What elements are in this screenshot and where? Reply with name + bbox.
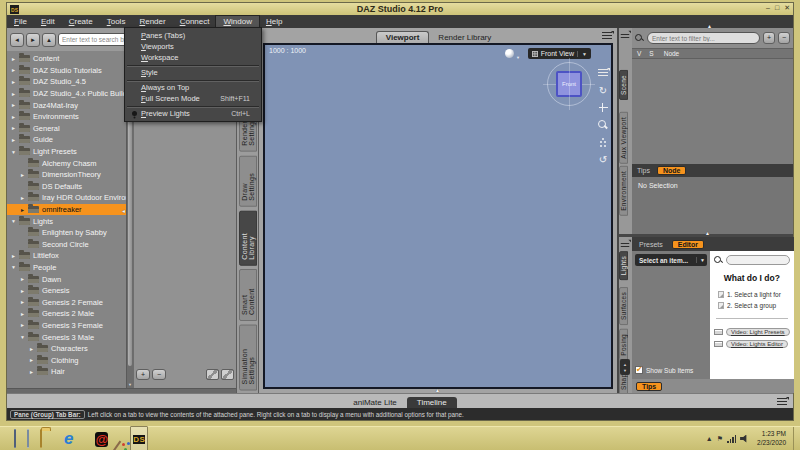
- menu-item[interactable]: Connect: [173, 16, 217, 27]
- expand-arrow-icon[interactable]: [11, 253, 19, 259]
- scroll-up-icon[interactable]: ▲: [623, 362, 627, 367]
- expand-arrow-icon[interactable]: [11, 56, 19, 62]
- info-tab[interactable]: Tips: [637, 167, 650, 174]
- tree-item[interactable]: Genesis: [7, 285, 126, 297]
- expand-arrow-icon[interactable]: [11, 91, 19, 97]
- viewport-options-icon[interactable]: [598, 69, 608, 77]
- up-button[interactable]: ▲: [42, 33, 56, 47]
- spiral-icon[interactable]: @: [95, 432, 108, 447]
- chevron-down-icon[interactable]: ▼: [577, 51, 587, 57]
- volume-icon[interactable]: [740, 435, 749, 443]
- viewport-canvas[interactable]: 1000 : 1000 Front View ▼ Front ↻: [263, 43, 613, 389]
- help-search-input[interactable]: [726, 255, 790, 265]
- tree-item[interactable]: Daz4Mat-Iray: [7, 99, 126, 111]
- expand-arrow-icon[interactable]: [11, 149, 19, 155]
- tray-expand-icon[interactable]: ▲: [706, 435, 713, 442]
- taskbar-button[interactable]: [27, 430, 29, 448]
- pane-options-icon[interactable]: [602, 32, 612, 40]
- close-button[interactable]: ✕: [784, 4, 790, 12]
- pane-options-icon[interactable]: [621, 241, 630, 248]
- window-menu-item[interactable]: Full Screen Mode Shift+F11: [125, 93, 261, 104]
- column-selection[interactable]: S: [641, 50, 653, 57]
- expand-arrow-icon[interactable]: [20, 172, 28, 178]
- mode-tab[interactable]: Presets: [639, 241, 663, 248]
- view-cube-face[interactable]: Front: [556, 71, 582, 97]
- expand-arrow-icon[interactable]: [20, 322, 28, 328]
- tree-item[interactable]: Alchemy Chasm: [7, 157, 126, 169]
- tree-item[interactable]: omnifreaker: [7, 204, 126, 216]
- expand-arrow-icon[interactable]: [11, 218, 19, 224]
- tree-item[interactable]: Content: [7, 53, 126, 65]
- drawstyle-sphere-icon[interactable]: [505, 49, 514, 58]
- scene-filter-input[interactable]: [647, 32, 760, 44]
- pane-tab[interactable]: Simulation Settings: [239, 325, 257, 391]
- video-link[interactable]: Video: Light Presets: [726, 328, 790, 336]
- menu-item[interactable]: Tools: [100, 16, 133, 27]
- show-sub-items-checkbox[interactable]: [635, 366, 643, 374]
- taskbar-button[interactable]: DS: [130, 426, 148, 450]
- collapse-all-button[interactable]: −: [778, 32, 790, 44]
- splitter-arrow-icon[interactable]: ▲: [707, 23, 712, 29]
- side-tab[interactable]: Lights: [619, 251, 628, 280]
- expand-arrow-icon[interactable]: [11, 114, 19, 120]
- tree-item[interactable]: DS Defaults: [7, 181, 126, 193]
- menu-item[interactable]: Help: [259, 16, 289, 27]
- minimize-button[interactable]: –: [766, 4, 770, 12]
- expand-arrow-icon[interactable]: [11, 102, 19, 108]
- expand-arrow-icon[interactable]: [20, 299, 28, 305]
- tree-item[interactable]: Clothing: [7, 354, 126, 366]
- taskbar-clock[interactable]: 1:23 PM 2/23/2020: [757, 430, 786, 447]
- bottom-tab[interactable]: aniMate Lite: [343, 397, 407, 408]
- side-tab[interactable]: Scene: [619, 70, 628, 100]
- scene-node-tree[interactable]: [632, 59, 793, 164]
- tree-item[interactable]: People: [7, 262, 126, 274]
- pane-tab[interactable]: Smart Content: [239, 269, 257, 321]
- mode-tab[interactable]: Editor: [672, 240, 704, 249]
- window-menu-item[interactable]: Workspace: [125, 52, 261, 63]
- window-menu-item[interactable]: Panes (Tabs): [125, 30, 261, 41]
- viewport-tab[interactable]: Render Library: [429, 32, 500, 43]
- tree-item[interactable]: Genesis 2 Male: [7, 308, 126, 320]
- expand-arrow-icon[interactable]: [11, 79, 19, 85]
- expand-arrow-icon[interactable]: [20, 207, 28, 213]
- tree-item[interactable]: Genesis 3 Female: [7, 320, 126, 332]
- column-node[interactable]: Node: [654, 50, 680, 57]
- window-menu-item[interactable]: Preview Lights Ctrl+L: [125, 108, 261, 119]
- pane-options-icon[interactable]: [621, 32, 630, 39]
- view-mode-button[interactable]: [206, 369, 219, 380]
- video-link[interactable]: Video: Lights Editor: [726, 340, 788, 348]
- tree-item[interactable]: Lights: [7, 215, 126, 227]
- tree-item[interactable]: DAZ Studio_4.x Public Build: [7, 88, 126, 100]
- camera-selector[interactable]: Front View ▼: [528, 48, 591, 59]
- dolly-tool-icon[interactable]: [600, 141, 602, 143]
- menu-item[interactable]: File: [7, 16, 34, 27]
- info-tab[interactable]: Node: [657, 166, 687, 175]
- zoom-in-button[interactable]: +: [136, 369, 150, 380]
- network-icon[interactable]: [727, 435, 736, 443]
- tab-scroll-widget[interactable]: ▲ ▼: [620, 359, 630, 375]
- tree-item[interactable]: Dawn: [7, 273, 126, 285]
- expand-all-button[interactable]: +: [763, 32, 775, 44]
- expand-arrow-icon[interactable]: [20, 276, 28, 282]
- action-center-flag-icon[interactable]: ⚑: [717, 435, 723, 443]
- tree-item[interactable]: Genesis 3 Male: [7, 331, 126, 343]
- tree-item[interactable]: DimensionTheory: [7, 169, 126, 181]
- splitter-arrow-icon[interactable]: ▲: [435, 387, 440, 393]
- side-tab[interactable]: Environment: [619, 166, 628, 216]
- expand-arrow-icon[interactable]: [20, 334, 28, 340]
- tree-item[interactable]: DAZ Studio Tutorials: [7, 65, 126, 77]
- tips-tab[interactable]: Tips: [636, 382, 662, 391]
- window-menu-item[interactable]: Always on Top: [125, 82, 261, 93]
- window-menu-item[interactable]: Viewports: [125, 41, 261, 52]
- tree-item[interactable]: General: [7, 123, 126, 135]
- menu-item[interactable]: Render: [132, 16, 172, 27]
- menu-item[interactable]: Edit: [34, 16, 62, 27]
- column-visibility[interactable]: V: [632, 50, 641, 57]
- title-bar[interactable]: DS DAZ Studio 4.12 Pro – □ ✕: [7, 3, 793, 15]
- pane-tab[interactable]: Draw Settings: [239, 156, 257, 207]
- tree-item[interactable]: Light Presets: [7, 146, 126, 158]
- frame-tool-icon[interactable]: ↺: [599, 155, 607, 164]
- tree-item[interactable]: Characters: [7, 343, 126, 355]
- tree-item[interactable]: Guide: [7, 134, 126, 146]
- tree-item[interactable]: Iray HDR Outdoor Environ...: [7, 192, 126, 204]
